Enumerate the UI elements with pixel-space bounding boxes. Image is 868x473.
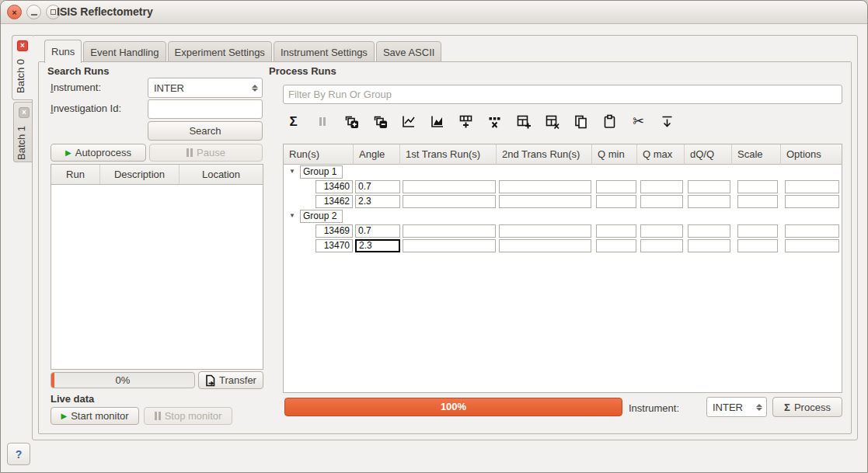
pause-icon[interactable] xyxy=(314,113,330,130)
plot-area-icon[interactable] xyxy=(429,113,445,130)
expander-icon[interactable]: ▼ xyxy=(289,169,295,175)
cell-run[interactable]: 13460 xyxy=(315,180,353,193)
plot-line-icon[interactable] xyxy=(400,113,417,130)
group-name-cell[interactable]: Group 2 xyxy=(300,210,343,223)
insert-group-row-icon[interactable] xyxy=(515,113,532,130)
process-table[interactable]: Run(s) Angle 1st Trans Run(s) 2nd Trans … xyxy=(283,144,842,393)
search-button[interactable]: Search xyxy=(148,121,263,141)
cell-options[interactable] xyxy=(785,180,839,193)
spinner-arrows-icon[interactable] xyxy=(756,398,762,416)
cell-1st-trans[interactable] xyxy=(403,195,496,208)
cell-angle-focused[interactable]: 2.3 xyxy=(355,239,400,252)
column-header-run[interactable]: Run xyxy=(51,165,100,184)
collapse-all-icon[interactable] xyxy=(659,113,675,130)
cell-2nd-trans[interactable] xyxy=(499,224,591,238)
cell-dqq[interactable] xyxy=(688,239,730,252)
group-row[interactable]: ▼ Group 1 xyxy=(284,165,842,180)
delete-group-row-icon[interactable] xyxy=(544,113,560,130)
table-row[interactable]: 13469 0.7 xyxy=(284,224,842,239)
column-header-options[interactable]: Options xyxy=(781,144,843,165)
batch-1-close-icon[interactable]: × xyxy=(19,107,30,118)
autoprocess-button[interactable]: ▶ Autoprocess xyxy=(51,144,146,162)
cell-qmax[interactable] xyxy=(640,239,683,252)
cell-angle[interactable]: 0.7 xyxy=(355,224,400,238)
expander-icon[interactable]: ▼ xyxy=(289,213,295,219)
cell-qmin[interactable] xyxy=(596,180,636,193)
cell-qmin[interactable] xyxy=(596,224,636,238)
cell-1st-trans[interactable] xyxy=(403,180,496,193)
cell-run[interactable]: 13470 xyxy=(315,239,353,252)
cell-qmax[interactable] xyxy=(640,180,683,193)
tab-instrument-settings[interactable]: Instrument Settings xyxy=(274,41,375,62)
remove-group-icon[interactable] xyxy=(371,113,388,130)
column-header-location[interactable]: Location xyxy=(180,165,263,184)
cell-dqq[interactable] xyxy=(688,195,730,208)
cell-qmax[interactable] xyxy=(640,195,683,208)
table-row[interactable]: 13470 2.3 xyxy=(284,239,842,254)
cell-2nd-trans[interactable] xyxy=(499,180,591,193)
help-button[interactable]: ? xyxy=(7,443,30,465)
batch-0-close-icon[interactable]: × xyxy=(17,40,28,51)
start-monitor-button[interactable]: ▶ Start monitor xyxy=(51,407,139,425)
search-results-table[interactable]: Run Description Location xyxy=(51,164,263,370)
cell-dqq[interactable] xyxy=(688,180,730,193)
instrument-combobox[interactable]: INTER xyxy=(148,78,263,98)
group-name-cell[interactable]: Group 1 xyxy=(300,165,343,179)
cell-2nd-trans[interactable] xyxy=(499,195,591,208)
column-header-qmin[interactable]: Q min xyxy=(592,144,637,165)
tab-save-ascii[interactable]: Save ASCII xyxy=(376,41,441,62)
batch-tab-1[interactable]: × Batch 1 xyxy=(13,102,33,162)
cell-options[interactable] xyxy=(785,224,839,238)
column-header-description[interactable]: Description xyxy=(100,165,180,184)
cell-qmin[interactable] xyxy=(596,239,636,252)
group-row[interactable]: ▼ Group 2 xyxy=(284,210,842,224)
cell-qmin[interactable] xyxy=(596,195,636,208)
cell-options[interactable] xyxy=(785,239,839,252)
column-header-angle[interactable]: Angle xyxy=(354,144,400,165)
process-progress-bar: 100% xyxy=(284,398,622,416)
column-header-scale[interactable]: Scale xyxy=(732,144,781,165)
cell-angle[interactable]: 0.7 xyxy=(355,180,400,193)
column-header-dqq[interactable]: dQ/Q xyxy=(685,144,732,165)
cell-scale[interactable] xyxy=(737,239,778,252)
insert-row-icon[interactable] xyxy=(458,113,474,130)
copy-icon[interactable] xyxy=(573,113,589,130)
table-row[interactable]: 13462 2.3 xyxy=(284,195,842,210)
column-header-2nd-trans[interactable]: 2nd Trans Run(s) xyxy=(497,144,592,165)
process-instrument-combobox[interactable]: INTER xyxy=(706,397,767,417)
new-group-icon[interactable] xyxy=(343,113,359,130)
cell-options[interactable] xyxy=(785,195,839,208)
table-row[interactable]: 13460 0.7 xyxy=(284,180,842,195)
filter-input[interactable] xyxy=(283,85,842,104)
column-header-1st-trans[interactable]: 1st Trans Run(s) xyxy=(400,144,497,165)
tab-runs[interactable]: Runs xyxy=(44,40,82,63)
cell-run[interactable]: 13469 xyxy=(315,224,353,238)
delete-row-icon[interactable] xyxy=(486,113,503,130)
cut-icon[interactable]: ✂ xyxy=(630,113,647,130)
tab-event-handling[interactable]: Event Handling xyxy=(83,41,166,62)
cell-scale[interactable] xyxy=(737,195,778,208)
cell-1st-trans[interactable] xyxy=(403,224,496,238)
process-sigma-icon[interactable]: Σ xyxy=(285,113,302,130)
window-close-button[interactable]: × xyxy=(7,5,22,19)
cell-1st-trans[interactable] xyxy=(403,239,496,252)
paste-icon[interactable] xyxy=(601,113,618,130)
cell-scale[interactable] xyxy=(737,224,778,238)
cell-scale[interactable] xyxy=(737,180,778,193)
cell-qmax[interactable] xyxy=(640,224,683,238)
stop-monitor-button[interactable]: Stop monitor xyxy=(144,407,232,425)
window-minimize-button[interactable] xyxy=(26,5,41,19)
transfer-button[interactable]: Transfer xyxy=(198,371,263,389)
cell-angle[interactable]: 2.3 xyxy=(355,195,400,208)
column-header-qmax[interactable]: Q max xyxy=(637,144,685,165)
batch-tab-0[interactable]: × Batch 0 xyxy=(12,35,33,100)
cell-run[interactable]: 13462 xyxy=(315,195,353,208)
cell-dqq[interactable] xyxy=(688,224,730,238)
cell-2nd-trans[interactable] xyxy=(499,239,591,252)
pause-button[interactable]: Pause xyxy=(149,144,263,162)
column-header-runs[interactable]: Run(s) xyxy=(284,144,354,165)
process-button[interactable]: Σ Process xyxy=(772,397,842,417)
tab-experiment-settings[interactable]: Experiment Settings xyxy=(168,41,272,62)
spinner-arrows-icon[interactable] xyxy=(252,78,258,97)
investigation-id-input[interactable] xyxy=(148,99,263,119)
